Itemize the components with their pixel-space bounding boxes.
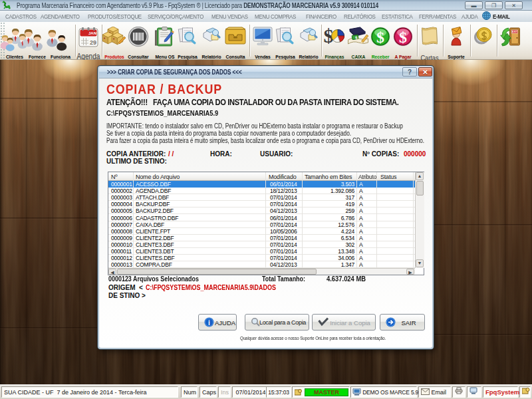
svg-text:EXIT: EXIT (512, 31, 518, 33)
svg-text:29: 29 (90, 39, 96, 46)
svg-text:i: i (208, 319, 210, 327)
svg-text:$: $ (376, 29, 384, 46)
svg-text:$: $ (399, 29, 407, 46)
svg-text:JAN: JAN (88, 31, 96, 35)
